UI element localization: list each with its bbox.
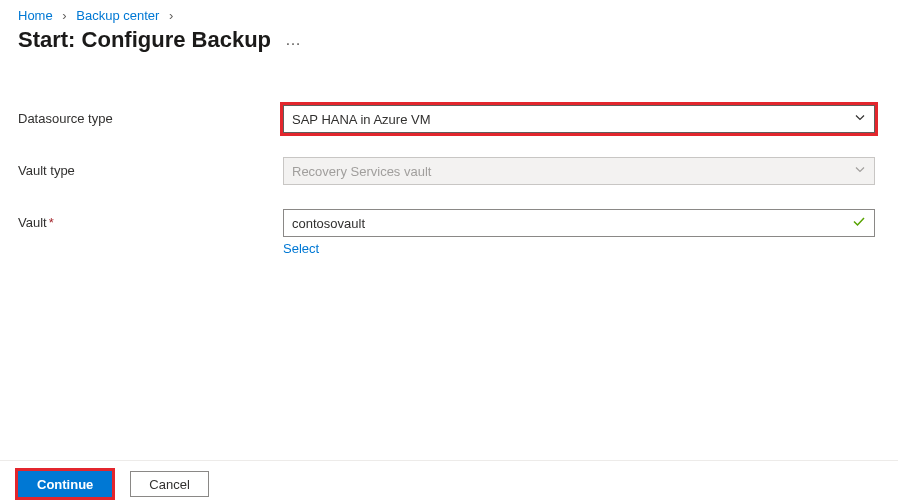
row-vault: Vault* contosovault Select — [18, 209, 880, 256]
breadcrumb: Home › Backup center › — [0, 0, 898, 25]
checkmark-icon — [852, 215, 866, 232]
vault-type-select: Recovery Services vault — [283, 157, 875, 185]
datasource-type-value: SAP HANA in Azure VM — [292, 112, 431, 127]
page-title: Start: Configure Backup — [18, 27, 271, 53]
vault-input[interactable]: contosovault — [283, 209, 875, 237]
datasource-type-select[interactable]: SAP HANA in Azure VM — [283, 105, 875, 133]
breadcrumb-backup-center[interactable]: Backup center — [76, 8, 159, 23]
more-actions-button[interactable]: … — [285, 31, 302, 49]
continue-button[interactable]: Continue — [18, 471, 112, 497]
row-vault-type: Vault type Recovery Services vault — [18, 157, 880, 185]
label-datasource-type: Datasource type — [18, 105, 283, 126]
vault-type-value: Recovery Services vault — [292, 164, 431, 179]
configure-backup-form: Datasource type SAP HANA in Azure VM Vau… — [0, 53, 898, 256]
vault-value: contosovault — [292, 216, 365, 231]
label-vault: Vault* — [18, 209, 283, 230]
chevron-right-icon: › — [62, 8, 66, 23]
chevron-right-icon: › — [169, 8, 173, 23]
required-indicator: * — [49, 215, 54, 230]
label-vault-type: Vault type — [18, 157, 283, 178]
row-datasource-type: Datasource type SAP HANA in Azure VM — [18, 105, 880, 133]
cancel-button[interactable]: Cancel — [130, 471, 208, 497]
footer-actions: Continue Cancel — [0, 460, 898, 501]
chevron-down-icon — [854, 164, 866, 179]
breadcrumb-home[interactable]: Home — [18, 8, 53, 23]
page-header: Start: Configure Backup … — [0, 25, 898, 53]
chevron-down-icon — [854, 112, 866, 127]
select-vault-link[interactable]: Select — [283, 241, 319, 256]
